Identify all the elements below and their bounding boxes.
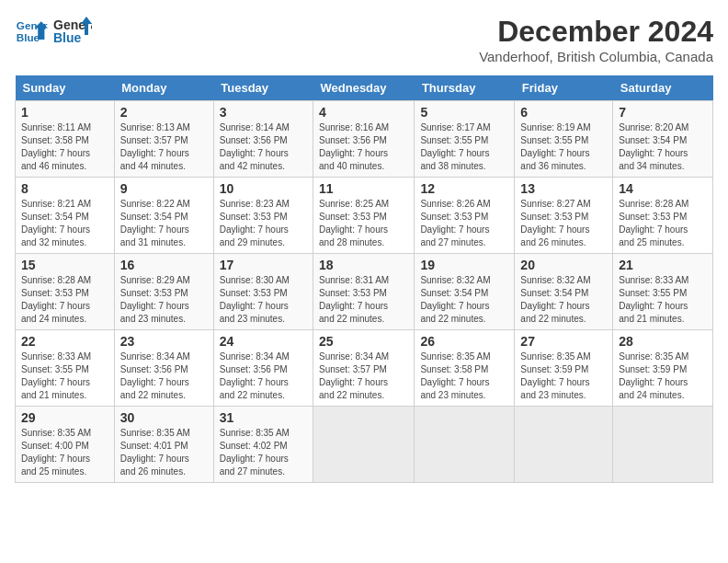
calendar-cell: 31Sunrise: 8:35 AM Sunset: 4:02 PM Dayli… — [213, 407, 313, 483]
day-number: 9 — [120, 181, 208, 196]
calendar-cell — [515, 407, 613, 483]
day-number: 8 — [21, 181, 108, 196]
calendar-cell: 2Sunrise: 8:13 AM Sunset: 3:57 PM Daylig… — [114, 101, 213, 178]
day-number: 26 — [420, 334, 508, 349]
day-info: Sunrise: 8:32 AM Sunset: 3:54 PM Dayligh… — [520, 274, 607, 326]
day-info: Sunrise: 8:19 AM Sunset: 3:55 PM Dayligh… — [520, 121, 607, 173]
logo: General Blue General Blue — [15, 15, 92, 48]
day-number: 1 — [21, 105, 108, 120]
calendar-cell: 19Sunrise: 8:32 AM Sunset: 3:54 PM Dayli… — [415, 254, 515, 330]
day-info: Sunrise: 8:28 AM Sunset: 3:53 PM Dayligh… — [619, 198, 707, 249]
calendar-body: 1Sunrise: 8:11 AM Sunset: 3:58 PM Daylig… — [16, 101, 713, 483]
calendar-cell: 12Sunrise: 8:26 AM Sunset: 3:53 PM Dayli… — [415, 178, 515, 254]
day-info: Sunrise: 8:35 AM Sunset: 3:58 PM Dayligh… — [420, 350, 508, 402]
day-info: Sunrise: 8:35 AM Sunset: 3:59 PM Dayligh… — [619, 350, 707, 402]
day-info: Sunrise: 8:11 AM Sunset: 3:58 PM Dayligh… — [21, 121, 108, 173]
svg-text:Blue: Blue — [53, 30, 82, 45]
calendar-cell: 20Sunrise: 8:32 AM Sunset: 3:54 PM Dayli… — [515, 254, 613, 330]
day-info: Sunrise: 8:35 AM Sunset: 4:01 PM Dayligh… — [120, 427, 208, 478]
weekday-header-thursday: Thursday — [415, 75, 515, 101]
weekday-header-saturday: Saturday — [613, 75, 713, 101]
day-number: 27 — [520, 334, 607, 349]
day-number: 16 — [120, 258, 208, 272]
calendar-cell: 29Sunrise: 8:35 AM Sunset: 4:00 PM Dayli… — [16, 407, 115, 483]
calendar-cell — [415, 407, 515, 483]
calendar-title: December 2024 — [479, 15, 713, 49]
day-info: Sunrise: 8:30 AM Sunset: 3:53 PM Dayligh… — [220, 274, 307, 326]
day-number: 12 — [420, 181, 508, 196]
calendar-cell: 16Sunrise: 8:29 AM Sunset: 3:53 PM Dayli… — [114, 254, 213, 330]
day-number: 31 — [220, 410, 307, 425]
calendar-cell: 3Sunrise: 8:14 AM Sunset: 3:56 PM Daylig… — [213, 101, 313, 178]
calendar-cell: 10Sunrise: 8:23 AM Sunset: 3:53 PM Dayli… — [213, 178, 313, 254]
day-info: Sunrise: 8:23 AM Sunset: 3:53 PM Dayligh… — [220, 198, 307, 249]
day-number: 21 — [619, 258, 707, 272]
calendar-cell: 9Sunrise: 8:22 AM Sunset: 3:54 PM Daylig… — [114, 178, 213, 254]
day-info: Sunrise: 8:20 AM Sunset: 3:54 PM Dayligh… — [619, 121, 707, 173]
calendar-cell — [313, 407, 415, 483]
day-info: Sunrise: 8:22 AM Sunset: 3:54 PM Dayligh… — [120, 198, 208, 249]
calendar-week-2: 8Sunrise: 8:21 AM Sunset: 3:54 PM Daylig… — [16, 178, 713, 254]
calendar-title-area: December 2024 Vanderhoof, British Columb… — [479, 15, 713, 64]
day-number: 18 — [319, 258, 408, 272]
calendar-cell: 17Sunrise: 8:30 AM Sunset: 3:53 PM Dayli… — [213, 254, 313, 330]
day-info: Sunrise: 8:21 AM Sunset: 3:54 PM Dayligh… — [21, 198, 108, 249]
weekday-header-friday: Friday — [515, 75, 613, 101]
day-info: Sunrise: 8:16 AM Sunset: 3:56 PM Dayligh… — [319, 121, 408, 173]
svg-text:Blue: Blue — [17, 31, 40, 43]
day-number: 28 — [619, 334, 707, 349]
calendar-cell: 7Sunrise: 8:20 AM Sunset: 3:54 PM Daylig… — [613, 101, 713, 178]
day-number: 14 — [619, 181, 707, 196]
day-number: 30 — [120, 410, 208, 425]
calendar-cell: 24Sunrise: 8:34 AM Sunset: 3:56 PM Dayli… — [213, 330, 313, 407]
day-info: Sunrise: 8:32 AM Sunset: 3:54 PM Dayligh… — [420, 274, 508, 326]
day-info: Sunrise: 8:35 AM Sunset: 4:00 PM Dayligh… — [21, 427, 108, 478]
calendar-cell: 23Sunrise: 8:34 AM Sunset: 3:56 PM Dayli… — [114, 330, 213, 407]
calendar-cell: 18Sunrise: 8:31 AM Sunset: 3:53 PM Dayli… — [313, 254, 415, 330]
calendar-cell: 4Sunrise: 8:16 AM Sunset: 3:56 PM Daylig… — [313, 101, 415, 178]
day-info: Sunrise: 8:35 AM Sunset: 4:02 PM Dayligh… — [220, 427, 307, 478]
day-info: Sunrise: 8:35 AM Sunset: 3:59 PM Dayligh… — [520, 350, 607, 402]
calendar-cell: 15Sunrise: 8:28 AM Sunset: 3:53 PM Dayli… — [16, 254, 115, 330]
day-number: 25 — [319, 334, 408, 349]
weekday-header-monday: Monday — [114, 75, 213, 101]
calendar-cell: 11Sunrise: 8:25 AM Sunset: 3:53 PM Dayli… — [313, 178, 415, 254]
day-number: 29 — [21, 410, 108, 425]
day-info: Sunrise: 8:33 AM Sunset: 3:55 PM Dayligh… — [21, 350, 108, 402]
day-number: 24 — [220, 334, 307, 349]
calendar-cell — [613, 407, 713, 483]
day-number: 2 — [120, 105, 208, 120]
calendar-subtitle: Vanderhoof, British Columbia, Canada — [479, 49, 713, 64]
calendar-cell: 25Sunrise: 8:34 AM Sunset: 3:57 PM Dayli… — [313, 330, 415, 407]
day-info: Sunrise: 8:27 AM Sunset: 3:53 PM Dayligh… — [520, 198, 607, 249]
calendar-week-4: 22Sunrise: 8:33 AM Sunset: 3:55 PM Dayli… — [16, 330, 713, 407]
day-number: 10 — [220, 181, 307, 196]
calendar-cell: 30Sunrise: 8:35 AM Sunset: 4:01 PM Dayli… — [114, 407, 213, 483]
calendar-cell: 14Sunrise: 8:28 AM Sunset: 3:53 PM Dayli… — [613, 178, 713, 254]
day-number: 3 — [220, 105, 307, 120]
day-info: Sunrise: 8:17 AM Sunset: 3:55 PM Dayligh… — [420, 121, 508, 173]
day-info: Sunrise: 8:28 AM Sunset: 3:53 PM Dayligh… — [21, 274, 108, 326]
day-number: 22 — [21, 334, 108, 349]
day-number: 15 — [21, 258, 108, 272]
day-number: 20 — [520, 258, 607, 272]
page-header: General Blue General Blue December 2024 … — [15, 15, 713, 64]
calendar-cell: 6Sunrise: 8:19 AM Sunset: 3:55 PM Daylig… — [515, 101, 613, 178]
day-info: Sunrise: 8:34 AM Sunset: 3:56 PM Dayligh… — [220, 350, 307, 402]
day-number: 5 — [420, 105, 508, 120]
day-number: 11 — [319, 181, 408, 196]
calendar-week-1: 1Sunrise: 8:11 AM Sunset: 3:58 PM Daylig… — [16, 101, 713, 178]
day-info: Sunrise: 8:26 AM Sunset: 3:53 PM Dayligh… — [420, 198, 508, 249]
day-info: Sunrise: 8:34 AM Sunset: 3:56 PM Dayligh… — [120, 350, 208, 402]
weekday-header-row: SundayMondayTuesdayWednesdayThursdayFrid… — [16, 75, 713, 101]
calendar-cell: 21Sunrise: 8:33 AM Sunset: 3:55 PM Dayli… — [613, 254, 713, 330]
day-number: 19 — [420, 258, 508, 272]
day-info: Sunrise: 8:29 AM Sunset: 3:53 PM Dayligh… — [120, 274, 208, 326]
calendar-cell: 27Sunrise: 8:35 AM Sunset: 3:59 PM Dayli… — [515, 330, 613, 407]
day-info: Sunrise: 8:13 AM Sunset: 3:57 PM Dayligh… — [120, 121, 208, 173]
weekday-header-tuesday: Tuesday — [213, 75, 313, 101]
day-number: 7 — [619, 105, 707, 120]
calendar-week-3: 15Sunrise: 8:28 AM Sunset: 3:53 PM Dayli… — [16, 254, 713, 330]
day-info: Sunrise: 8:25 AM Sunset: 3:53 PM Dayligh… — [319, 198, 408, 249]
calendar-cell: 22Sunrise: 8:33 AM Sunset: 3:55 PM Dayli… — [16, 330, 115, 407]
